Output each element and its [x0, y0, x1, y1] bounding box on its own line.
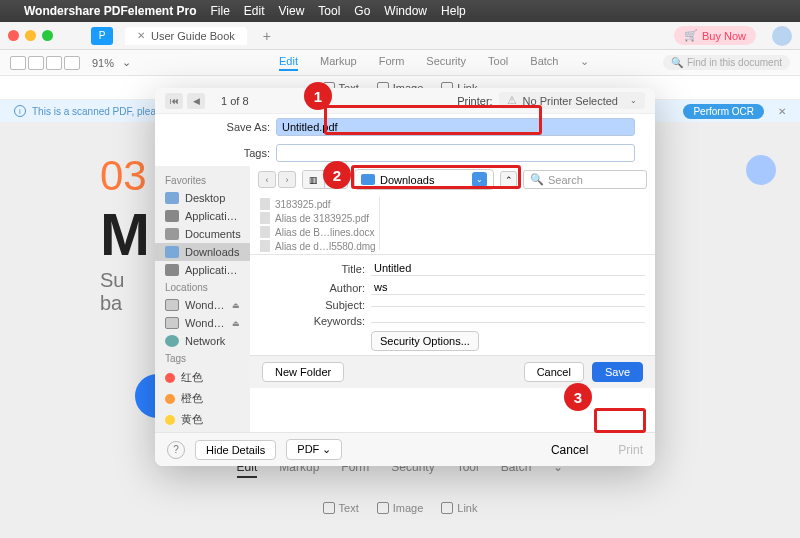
keywords-input[interactable] [371, 320, 645, 323]
disk-icon [165, 299, 179, 311]
help-icon[interactable]: ? [167, 441, 185, 459]
nav-buttons[interactable]: ‹› [258, 171, 296, 188]
metadata-section: Title:Untitled Author:ws Subject: Keywor… [250, 255, 655, 355]
badge-2: 2 [323, 161, 351, 189]
tool-image[interactable]: Image [377, 502, 424, 514]
save-as-input[interactable] [276, 118, 635, 136]
list-item[interactable]: Alias de d…l5580.dmg [260, 239, 379, 253]
page-count: 1 of 8 [221, 95, 249, 107]
folder-icon [361, 174, 375, 185]
app-name[interactable]: Wondershare PDFelement Pro [24, 4, 197, 18]
title-label: Title: [250, 263, 365, 275]
cancel-button[interactable]: Cancel [551, 443, 588, 457]
badge-3: 3 [564, 383, 592, 411]
warning-icon: ⚠ [507, 94, 517, 107]
forward-icon: › [278, 171, 296, 188]
eject-icon[interactable]: ⏏ [232, 301, 240, 310]
menu-edit[interactable]: Edit [244, 4, 265, 18]
chevron-down-icon[interactable]: ⌄ [580, 55, 589, 71]
network-icon [165, 335, 179, 347]
lower-sub-tools: Text Image Link [0, 502, 800, 514]
cancel-button[interactable]: Cancel [524, 362, 584, 382]
sidebar-item-network[interactable]: Network [155, 332, 250, 350]
tab-security[interactable]: Security [426, 55, 466, 71]
author-input[interactable]: ws [371, 280, 645, 295]
list-item[interactable]: 3183925.pdf [260, 197, 379, 211]
text-icon [323, 502, 335, 514]
tab-tool[interactable]: Tool [488, 55, 508, 71]
page-nav[interactable]: ⏮◀ [165, 93, 205, 109]
tab-edit[interactable]: Edit [279, 55, 298, 71]
subject-input[interactable] [371, 304, 645, 307]
save-as-row: Save As: [155, 114, 655, 140]
window-controls[interactable] [8, 30, 53, 41]
tag-yellow[interactable]: 黄色 [155, 409, 250, 430]
tag-red[interactable]: 红色 [155, 367, 250, 388]
column-view-icon: ▥ [303, 171, 325, 188]
new-folder-button[interactable]: New Folder [262, 362, 344, 382]
menu-go[interactable]: Go [354, 4, 370, 18]
finder-sidebar: Favorites Desktop Applicati… Documents D… [155, 166, 250, 432]
tag-orange[interactable]: 橙色 [155, 388, 250, 409]
tab-batch[interactable]: Batch [530, 55, 558, 71]
avatar[interactable] [772, 26, 792, 46]
new-tab-button[interactable]: + [263, 28, 271, 44]
document-tab[interactable]: ✕ User Guide Book [125, 27, 247, 45]
title-input[interactable]: Untitled [371, 261, 645, 276]
sidebar-item-applications2[interactable]: Applicati… [155, 261, 250, 279]
author-label: Author: [250, 282, 365, 294]
menu-file[interactable]: File [211, 4, 230, 18]
eject-icon[interactable]: ⏏ [232, 319, 240, 328]
search-input[interactable]: 🔍 Find in this document [663, 55, 790, 70]
sidebar-item-disk2[interactable]: Wond…⏏ [155, 314, 250, 332]
pdf-menu-button[interactable]: PDF ⌄ [286, 439, 342, 460]
folder-icon [165, 192, 179, 204]
buy-now-button[interactable]: 🛒 Buy Now [674, 26, 756, 45]
view-mode-buttons[interactable] [10, 56, 80, 70]
sidebar-item-applications[interactable]: Applicati… [155, 207, 250, 225]
list-item[interactable]: Alias de B…lines.docx [260, 225, 379, 239]
tab-markup[interactable]: Markup [320, 55, 357, 71]
app-icon[interactable]: P [91, 27, 113, 45]
image-icon [377, 502, 389, 514]
tags-label: Tags: [155, 147, 270, 159]
hide-details-button[interactable]: Hide Details [195, 440, 276, 460]
perform-ocr-button[interactable]: Perform OCR [683, 104, 764, 119]
app-toolbar: P ✕ User Guide Book + 🛒 Buy Now [0, 22, 800, 50]
location-combo[interactable]: Downloads⌄ [354, 169, 494, 190]
floating-help[interactable] [746, 155, 776, 185]
list-item[interactable]: Alias de 3183925.pdf [260, 211, 379, 225]
main-tabs: Edit Markup Form Security Tool Batch⌄ [279, 55, 589, 71]
print-button: Print [618, 443, 643, 457]
chevron-down-icon: ⌄ [472, 172, 487, 187]
sidebar-item-downloads[interactable]: Downloads [155, 243, 250, 261]
search-input[interactable]: 🔍 Search [523, 170, 647, 189]
sidebar-item-desktop[interactable]: Desktop [155, 189, 250, 207]
menu-tool[interactable]: Tool [318, 4, 340, 18]
favorites-header: Favorites [155, 172, 250, 189]
dialog-main: ‹› ▥⌄ Downloads⌄ ⌃ 🔍 Search 3183925.pdf … [250, 166, 655, 432]
close-icon[interactable]: ✕ [137, 30, 145, 41]
menu-view[interactable]: View [279, 4, 305, 18]
view-toolbar: 91%⌄ Edit Markup Form Security Tool Batc… [0, 50, 800, 76]
menu-window[interactable]: Window [384, 4, 427, 18]
file-browser[interactable]: 3183925.pdf Alias de 3183925.pdf Alias d… [250, 193, 655, 255]
sidebar-item-documents[interactable]: Documents [155, 225, 250, 243]
sheet-header: ⏮◀ 1 of 8 Printer: ⚠No Printer Selected⌄ [155, 88, 655, 114]
chevron-down-icon[interactable]: ⌄ [122, 56, 131, 69]
save-button[interactable]: Save [592, 362, 643, 382]
printer-select[interactable]: ⚠No Printer Selected⌄ [499, 92, 645, 109]
tool-text[interactable]: Text [323, 502, 359, 514]
menu-help[interactable]: Help [441, 4, 466, 18]
tags-input[interactable] [276, 144, 635, 162]
first-icon: ⏮ [165, 93, 183, 109]
tags-row: Tags: [155, 140, 655, 166]
collapse-button[interactable]: ⌃ [500, 171, 517, 188]
security-options-button[interactable]: Security Options... [371, 331, 479, 351]
tag-dot-icon [165, 415, 175, 425]
close-icon[interactable]: ✕ [778, 106, 786, 117]
tab-form[interactable]: Form [379, 55, 405, 71]
sidebar-item-disk1[interactable]: Wond…⏏ [155, 296, 250, 314]
tool-link[interactable]: Link [441, 502, 477, 514]
zoom-level[interactable]: 91% [92, 57, 114, 69]
